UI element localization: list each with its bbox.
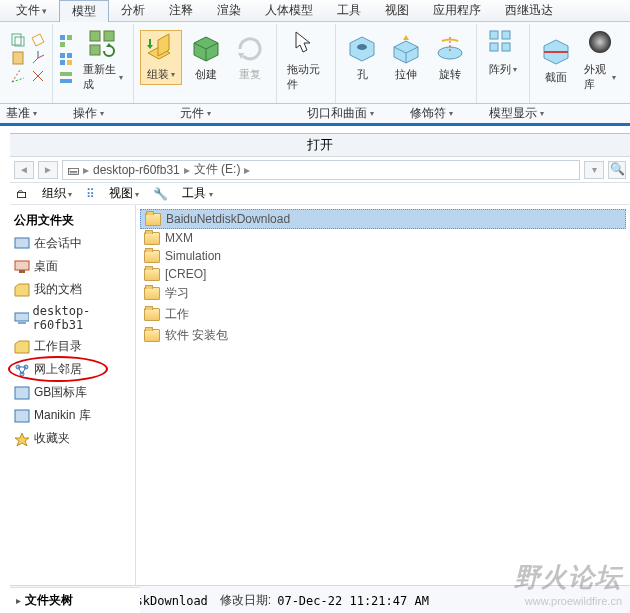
file-item[interactable]: 软件 安装包 (140, 325, 626, 346)
svg-rect-29 (15, 238, 29, 248)
menu-analysis[interactable]: 分析 (109, 0, 157, 21)
sub-modifier[interactable]: 修饰符 (410, 105, 453, 122)
breadcrumb-path[interactable]: 🖴 ▸ desktop-r60fb31 ▸ 文件 (E:) ▸ (62, 160, 580, 180)
sidebar-item-desktop[interactable]: 桌面 (12, 255, 133, 278)
sub-datum[interactable]: 基准 (6, 105, 37, 122)
regen-icon-2[interactable] (59, 52, 75, 68)
breadcrumb-drive[interactable]: 文件 (E:) (194, 161, 241, 178)
sidebar-panel: 公用文件夹 在会话中 桌面 我的文档 desktop-r60fb31 工作目录 … (10, 205, 136, 585)
section-button[interactable]: 截面 (536, 34, 576, 87)
create-icon (190, 33, 222, 65)
menu-model[interactable]: 模型 (59, 0, 109, 22)
sub-operate[interactable]: 操作 (73, 105, 104, 122)
axis-icon[interactable] (10, 68, 26, 84)
drag-component-button[interactable]: 拖动元件 (283, 26, 329, 94)
repeat-button[interactable]: 重复 (230, 31, 270, 84)
ribbon-display-group: 截面 外观库 (530, 24, 626, 103)
svg-rect-12 (60, 42, 65, 47)
sidebar-item-workdir[interactable]: 工作目录 (12, 335, 133, 358)
paste-icon[interactable] (10, 50, 26, 66)
svg-point-28 (589, 31, 611, 53)
hole-button[interactable]: 孔 (342, 31, 382, 84)
repeat-label: 重复 (239, 67, 261, 82)
section-label: 截面 (545, 70, 567, 85)
sidebar-item-documents[interactable]: 我的文档 (12, 278, 133, 301)
create-button[interactable]: 创建 (186, 31, 226, 84)
point-icon[interactable] (30, 68, 46, 84)
sidebar-item-session[interactable]: 在会话中 (12, 232, 133, 255)
extrude-button[interactable]: 拉伸 (386, 31, 426, 84)
sidebar-item-network[interactable]: 网上邻居 (12, 358, 133, 381)
svg-line-7 (33, 58, 38, 63)
menu-file[interactable]: 文件 (4, 0, 59, 21)
file-list[interactable]: BaiduNetdiskDownload MXM Simulation [CRE… (136, 205, 630, 585)
svg-rect-10 (60, 35, 65, 40)
extrude-label: 拉伸 (395, 67, 417, 82)
menu-view[interactable]: 视图 (373, 0, 421, 21)
search-button[interactable]: 🔍 (608, 161, 626, 179)
drag-icon (290, 28, 322, 60)
folder-tree-toggle[interactable]: 文件夹树 (10, 587, 140, 613)
svg-rect-14 (67, 53, 72, 58)
file-item[interactable]: [CREO] (140, 265, 626, 283)
sub-model-display[interactable]: 模型显示 (489, 105, 544, 122)
create-label: 创建 (195, 67, 217, 82)
sub-component[interactable]: 元件 (180, 105, 211, 122)
regenerate-button[interactable]: 重新生成 (79, 26, 127, 94)
svg-rect-2 (13, 52, 23, 64)
assemble-button[interactable]: 组装 (140, 30, 182, 85)
svg-line-5 (38, 55, 44, 58)
hole-label: 孔 (357, 67, 368, 82)
plane-icon[interactable] (30, 32, 46, 48)
menu-custom[interactable]: 西继迅达 (493, 0, 565, 21)
repeat-icon (234, 33, 266, 65)
revolve-button[interactable]: 旋转 (430, 31, 470, 84)
svg-rect-20 (104, 31, 114, 41)
menu-manikin[interactable]: 人体模型 (253, 0, 325, 21)
breadcrumb-host[interactable]: desktop-r60fb31 (93, 163, 180, 177)
svg-rect-11 (67, 35, 72, 40)
ribbon-pattern-group: 阵列 (477, 24, 530, 103)
pattern-icon (487, 28, 519, 60)
file-item[interactable]: MXM (140, 229, 626, 247)
menu-tools[interactable]: 工具 (325, 0, 373, 21)
organize-menu[interactable]: 组织 (42, 185, 72, 202)
ribbon: 重新生成 组装 创建 重复 拖动元件 (0, 22, 630, 104)
menu-apps[interactable]: 应用程序 (421, 0, 493, 21)
file-item[interactable]: 工作 (140, 304, 626, 325)
svg-rect-16 (67, 60, 72, 65)
menubar: 文件 模型 分析 注释 渲染 人体模型 工具 视图 应用程序 西继迅达 (0, 0, 630, 22)
svg-rect-21 (90, 45, 100, 55)
assemble-icon (145, 33, 177, 65)
extrude-icon (390, 33, 422, 65)
coord-icon[interactable] (30, 50, 46, 66)
tools-icon: 🔧 (153, 187, 168, 201)
sidebar-item-manikinlib[interactable]: Manikin 库 (12, 404, 133, 427)
view-menu[interactable]: 视图 (109, 185, 139, 202)
appearance-button[interactable]: 外观库 (580, 26, 620, 94)
regen-icon-1[interactable] (59, 34, 75, 50)
tools-menu[interactable]: 工具 (182, 185, 212, 202)
menu-annotate[interactable]: 注释 (157, 0, 205, 21)
sidebar-item-gblib[interactable]: GB国标库 (12, 381, 133, 404)
file-item[interactable]: BaiduNetdiskDownload (140, 209, 626, 229)
svg-rect-26 (490, 43, 498, 51)
folder-icon (144, 308, 160, 321)
pattern-button[interactable]: 阵列 (483, 26, 523, 79)
file-item[interactable]: Simulation (140, 247, 626, 265)
sidebar-item-favorites[interactable]: 收藏夹 (12, 427, 133, 450)
file-item[interactable]: 学习 (140, 283, 626, 304)
nav-back-button[interactable]: ◄ (14, 161, 34, 179)
sub-cut-surface[interactable]: 切口和曲面 (307, 105, 374, 122)
regen-icon-3[interactable] (59, 70, 75, 86)
svg-rect-15 (60, 60, 65, 65)
folder-icon (144, 250, 160, 263)
svg-rect-25 (502, 31, 510, 39)
copy-icon[interactable] (10, 32, 26, 48)
sidebar-item-computer[interactable]: desktop-r60fb31 (12, 301, 133, 335)
menu-render[interactable]: 渲染 (205, 0, 253, 21)
hole-icon (346, 33, 378, 65)
mdate-label: 修改日期: (220, 592, 271, 609)
dropdown-history-button[interactable]: ▾ (584, 161, 604, 179)
nav-fwd-button[interactable]: ► (38, 161, 58, 179)
